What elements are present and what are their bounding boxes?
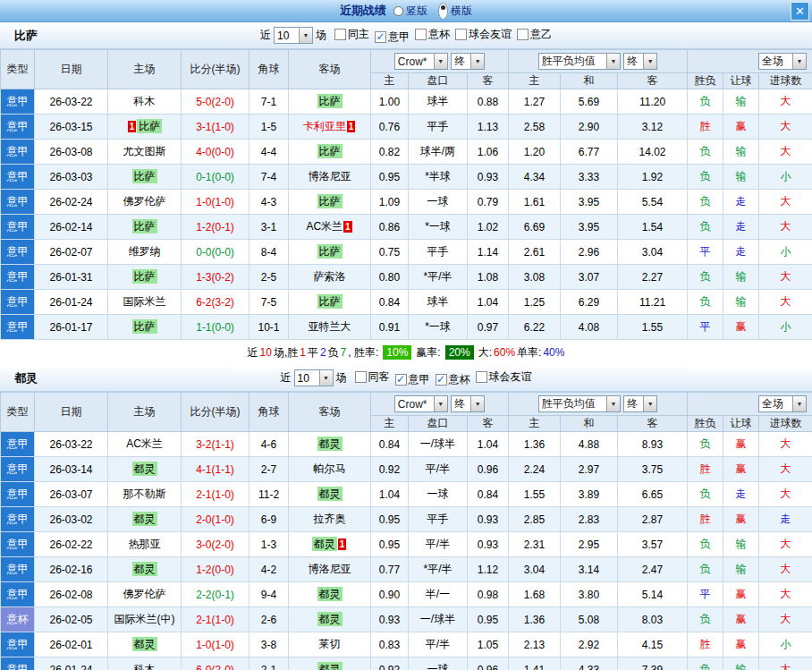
team-name: 莱切 <box>319 638 341 650</box>
odds-group-header: Crow*▼ 终▼ <box>371 50 509 73</box>
checkbox-checked-icon[interactable]: ✓ <box>375 31 386 43</box>
odds-home-cell: 0.75 <box>371 240 409 265</box>
col-odds-away: 客 <box>468 416 509 432</box>
bookmaker-select[interactable]: Crow*▼ <box>394 53 448 70</box>
bookmaker-select[interactable]: Crow*▼ <box>394 395 448 412</box>
wdl-home-cell: 1.61 <box>509 190 561 215</box>
home-team-cell: 尤文图斯 <box>108 140 182 165</box>
filter-option-球会友谊[interactable]: 球会友谊 <box>476 369 532 385</box>
score-cell: 4-1(1-1) <box>182 457 250 482</box>
goals-result-cell: 小 <box>759 240 812 265</box>
games-label: 场 <box>316 28 326 43</box>
select-value: 10 <box>298 372 309 385</box>
home-team-cell: AC米兰 <box>108 432 182 457</box>
checkbox-icon[interactable] <box>455 29 467 40</box>
wdl-average-select[interactable]: 胜平负均值▼ <box>538 395 621 412</box>
odds-group-header: Crow*▼ 终▼ <box>371 393 509 416</box>
away-team-cell: 萨索洛 <box>289 265 371 290</box>
odds-line-cell: 一/球半 <box>409 432 468 457</box>
odds-line-cell: 平/半 <box>409 457 468 482</box>
odds-away-cell: 1.14 <box>468 240 509 265</box>
corner-cell: 4-4 <box>250 140 289 165</box>
match-count-select[interactable]: 10▼ <box>274 27 313 44</box>
goals-result-cell: 大 <box>759 657 812 670</box>
corner-cell: 10-1 <box>250 315 289 340</box>
match-row: 意甲26-03-03比萨0-1(0-0)7-4博洛尼亚0.95*半球0.934.… <box>1 165 812 190</box>
checkbox-icon[interactable] <box>476 371 487 383</box>
date-cell: 26-03-22 <box>35 432 108 457</box>
layout-radio-vertical[interactable]: 竖版 <box>393 4 427 19</box>
team-name: 都灵 <box>132 637 157 651</box>
odds-home-cell: 0.76 <box>371 114 409 140</box>
match-row: 意甲26-03-02都灵2-0(1-0)6-9拉齐奥0.95平手0.932.85… <box>1 507 812 532</box>
team-name: 都灵 <box>312 537 337 551</box>
wdl-away-cell: 3.12 <box>618 114 688 140</box>
scope-select[interactable]: 全场▼ <box>758 395 807 412</box>
filter-option-label: 意甲 <box>409 372 430 387</box>
score-cell: 5-0(2-0) <box>182 89 250 114</box>
home-team-cell: 佛罗伦萨 <box>108 582 182 607</box>
filter-option-球会友谊[interactable]: 球会友谊 <box>455 27 512 42</box>
score-cell: 3-1(1-0) <box>182 114 250 140</box>
filter-option-同客[interactable]: 同客 <box>355 369 390 385</box>
team-name: 那不勒斯 <box>123 488 166 500</box>
filter-option-同主[interactable]: 同主 <box>334 27 369 42</box>
close-button[interactable]: ✕ <box>791 2 809 21</box>
final-odds-select[interactable]: 终▼ <box>451 53 485 70</box>
league-cell: 意甲 <box>1 532 35 557</box>
near-label: 近 <box>260 28 271 43</box>
checkbox-icon[interactable] <box>355 371 367 383</box>
team-name: 都灵 <box>317 487 343 501</box>
summary-part: 近 <box>248 345 258 360</box>
scope-select[interactable]: 全场▼ <box>758 53 807 70</box>
match-row: 意甲26-03-08尤文图斯4-0(0-0)4-4比萨0.82球半/两1.061… <box>1 140 812 165</box>
layout-radio-horizontal[interactable]: 横版 <box>438 3 472 20</box>
odds-line-cell: 球半/两 <box>409 140 468 165</box>
col-handicap: 让球 <box>723 73 759 89</box>
wdl-draw-cell: 2.92 <box>561 632 618 657</box>
corner-cell: 6-9 <box>250 507 289 532</box>
team-name: 佛罗伦萨 <box>123 195 166 208</box>
handicap-result-cell: 输 <box>723 89 759 114</box>
summary-part: 大: <box>478 345 492 360</box>
filter-option-意杯[interactable]: 意杯 <box>415 27 450 42</box>
team-name: AC米兰 <box>126 437 163 450</box>
final-odds-select[interactable]: 终▼ <box>451 395 485 412</box>
wdl-average-select[interactable]: 胜平负均值▼ <box>538 53 621 70</box>
checkbox-icon[interactable] <box>517 29 529 40</box>
away-team-cell: 拉齐奥 <box>289 507 371 532</box>
dropdown-arrow-icon: ▼ <box>470 54 484 69</box>
odds-line-cell: 一/球半 <box>409 607 468 632</box>
result-cell: 负 <box>688 432 723 457</box>
final-wdl-select[interactable]: 终▼ <box>623 53 657 70</box>
filter-option-意杯[interactable]: ✓意杯 <box>436 372 470 387</box>
filter-option-意甲[interactable]: ✓意甲 <box>375 30 410 45</box>
checkbox-checked-icon[interactable]: ✓ <box>436 374 447 386</box>
league-cell: 意甲 <box>1 457 35 482</box>
wdl-draw-cell: 3.14 <box>561 557 618 582</box>
match-row: 意甲26-02-14比萨1-2(0-1)3-1AC米兰10.86*一球1.026… <box>1 215 812 240</box>
checkbox-icon[interactable] <box>334 29 346 40</box>
filter-option-意甲[interactable]: ✓意甲 <box>395 372 430 387</box>
away-team-cell: 都灵 <box>289 657 371 670</box>
wdl-home-cell: 6.22 <box>509 315 561 340</box>
filter-option-意乙[interactable]: 意乙 <box>517 27 552 42</box>
handicap-result-cell: 输 <box>723 290 759 315</box>
dropdown-arrow-icon: ▼ <box>792 396 806 411</box>
result-cell: 胜 <box>688 632 723 657</box>
date-cell: 26-02-14 <box>35 215 108 240</box>
corner-cell: 2-7 <box>250 457 289 482</box>
match-count-select[interactable]: 10▼ <box>294 369 334 386</box>
score-cell: 0-1(0-0) <box>182 165 250 190</box>
wdl-group-header: 胜平负均值▼ 终▼ <box>509 393 688 416</box>
final-wdl-select[interactable]: 终▼ <box>623 395 657 412</box>
away-team-cell: 帕尔马 <box>289 457 371 482</box>
team-name: 帕尔马 <box>314 462 346 475</box>
team-name: 都灵 <box>132 562 157 576</box>
team-name: 都灵 <box>317 587 343 601</box>
col-wdl-home: 主 <box>509 416 561 432</box>
checkbox-checked-icon[interactable]: ✓ <box>395 374 407 386</box>
checkbox-icon[interactable] <box>415 29 427 40</box>
team-name: 比萨 <box>317 244 343 259</box>
score-cell: 3-2(1-1) <box>182 432 250 457</box>
